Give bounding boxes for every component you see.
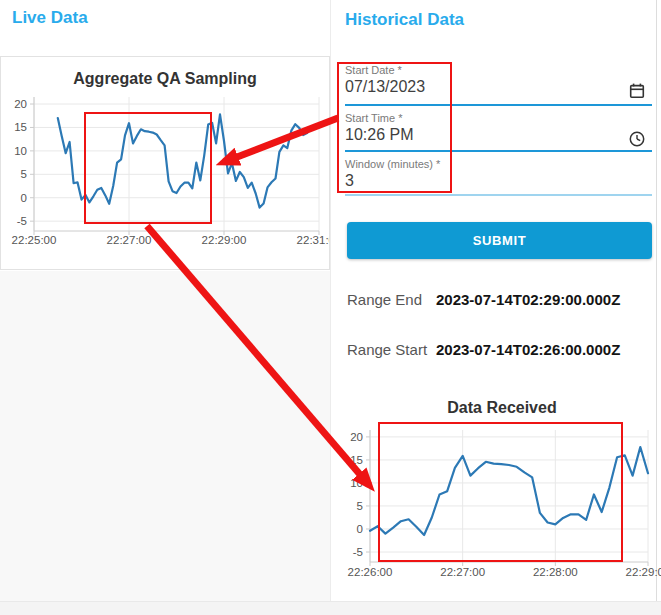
live-chart: 22:25:0022:27:0022:29:0022:31:00-5051015… [1, 95, 329, 263]
start-date-field[interactable]: Start Date * [345, 64, 652, 106]
svg-text:22:31:00: 22:31:00 [297, 234, 329, 246]
calendar-icon[interactable] [628, 82, 646, 100]
live-data-header: Live Data [12, 8, 88, 28]
svg-text:22:27:00: 22:27:00 [107, 234, 152, 246]
range-start-value: 2023-07-14T02:26:00.000Z [436, 341, 620, 358]
svg-text:10: 10 [14, 145, 27, 157]
range-end-row: Range End 2023-07-14T02:29:00.000Z [347, 291, 657, 308]
live-chart-title: Aggregate QA Sampling [1, 70, 329, 88]
svg-text:15: 15 [14, 121, 27, 133]
svg-text:22:29:00: 22:29:00 [626, 566, 661, 578]
submit-button[interactable]: SUBMIT [347, 222, 652, 259]
svg-text:20: 20 [14, 98, 27, 110]
clock-icon[interactable] [628, 130, 646, 148]
svg-text:22:28:00: 22:28:00 [533, 566, 578, 578]
svg-text:-5: -5 [353, 546, 363, 558]
svg-text:22:26:00: 22:26:00 [348, 566, 393, 578]
live-chart-card: Aggregate QA Sampling 22:25:0022:27:0022… [0, 56, 330, 270]
svg-text:15: 15 [350, 454, 363, 466]
svg-text:5: 5 [357, 500, 363, 512]
received-chart: 22:26:0022:27:0022:28:0022:29:00-5051015… [332, 420, 661, 592]
received-chart-title: Data Received [352, 399, 652, 417]
svg-text:22:27:00: 22:27:00 [440, 566, 485, 578]
start-time-label: Start Time * [345, 112, 652, 124]
svg-text:5: 5 [21, 168, 27, 180]
svg-text:0: 0 [357, 523, 363, 535]
range-end-value: 2023-07-14T02:29:00.000Z [436, 291, 620, 308]
svg-text:22:25:00: 22:25:00 [12, 234, 57, 246]
historical-data-header: Historical Data [345, 10, 464, 30]
left-panel-background [0, 271, 330, 601]
page-bottom-strip [0, 601, 661, 615]
window-minutes-field[interactable]: Window (minutes) * [345, 158, 652, 196]
start-time-input[interactable] [345, 126, 600, 144]
range-start-label: Range Start [347, 341, 436, 358]
window-minutes-input[interactable] [345, 172, 600, 190]
svg-text:20: 20 [350, 431, 363, 443]
svg-text:-5: -5 [17, 215, 27, 227]
window-minutes-label: Window (minutes) * [345, 158, 652, 170]
svg-text:22:29:00: 22:29:00 [202, 234, 247, 246]
page: Live Data Aggregate QA Sampling 22:25:00… [0, 0, 661, 615]
start-time-field[interactable]: Start Time * [345, 112, 652, 152]
start-date-label: Start Date * [345, 64, 652, 76]
range-start-row: Range Start 2023-07-14T02:26:00.000Z [347, 341, 657, 358]
column-divider [330, 0, 331, 601]
range-end-label: Range End [347, 291, 436, 308]
start-date-input[interactable] [345, 78, 600, 96]
svg-text:0: 0 [21, 192, 27, 204]
svg-text:10: 10 [350, 477, 363, 489]
